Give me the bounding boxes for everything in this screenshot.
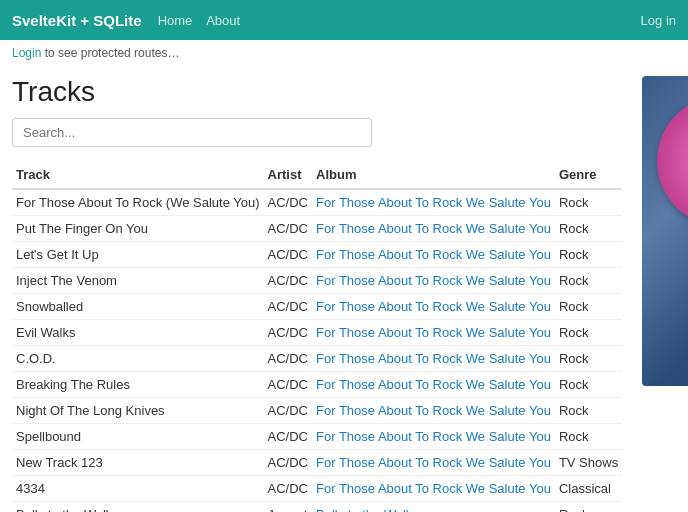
album-link[interactable]: For Those About To Rock We Salute You	[316, 273, 551, 288]
cell-track: C.O.D.	[12, 346, 264, 372]
cell-album: For Those About To Rock We Salute You	[312, 294, 555, 320]
vinyl-pink	[657, 96, 688, 226]
album-link[interactable]: For Those About To Rock We Salute You	[316, 455, 551, 470]
cell-genre: Rock	[555, 189, 622, 216]
nav-home[interactable]: Home	[158, 13, 193, 28]
cell-track: Balls to the Wall	[12, 502, 264, 513]
cell-album: For Those About To Rock We Salute You	[312, 476, 555, 502]
table-row: New Track 123AC/DCFor Those About To Roc…	[12, 450, 622, 476]
cell-album: For Those About To Rock We Salute You	[312, 450, 555, 476]
cell-genre: TV Shows	[555, 450, 622, 476]
cell-album: For Those About To Rock We Salute You	[312, 268, 555, 294]
cell-genre: Rock	[555, 372, 622, 398]
cell-album: For Those About To Rock We Salute You	[312, 242, 555, 268]
left-panel: Tracks Track Artist Album Genre For Thos…	[12, 66, 642, 512]
login-link[interactable]: Log in	[641, 13, 676, 28]
table-header: Track Artist Album Genre	[12, 161, 622, 189]
cell-track: Inject The Venom	[12, 268, 264, 294]
cell-genre: Rock	[555, 424, 622, 450]
cell-album: For Those About To Rock We Salute You	[312, 216, 555, 242]
cell-artist: AC/DC	[264, 398, 312, 424]
cell-genre: Rock	[555, 346, 622, 372]
cell-album: For Those About To Rock We Salute You	[312, 346, 555, 372]
album-link[interactable]: For Those About To Rock We Salute You	[316, 195, 551, 210]
vinyl-image: ENTER THE LEGEND	[642, 76, 688, 386]
table-row: Inject The VenomAC/DCFor Those About To …	[12, 268, 622, 294]
right-panel: ENTER THE LEGEND	[642, 66, 688, 512]
brand-title: SvelteKit + SQLite	[12, 12, 142, 29]
cell-artist: AC/DC	[264, 268, 312, 294]
cell-artist: AC/DC	[264, 346, 312, 372]
cell-track: 4334	[12, 476, 264, 502]
col-album: Album	[312, 161, 555, 189]
cell-track: Night Of The Long Knives	[12, 398, 264, 424]
album-link[interactable]: For Those About To Rock We Salute You	[316, 377, 551, 392]
table-row: Evil WalksAC/DCFor Those About To Rock W…	[12, 320, 622, 346]
album-link[interactable]: For Those About To Rock We Salute You	[316, 247, 551, 262]
cell-track: Breaking The Rules	[12, 372, 264, 398]
page-title: Tracks	[12, 76, 622, 108]
cell-genre: Rock	[555, 268, 622, 294]
table-row: C.O.D.AC/DCFor Those About To Rock We Sa…	[12, 346, 622, 372]
cell-artist: AC/DC	[264, 294, 312, 320]
cell-genre: Rock	[555, 320, 622, 346]
cell-artist: AC/DC	[264, 372, 312, 398]
navbar: SvelteKit + SQLite Home About Log in	[0, 0, 688, 40]
cell-track: For Those About To Rock (We Salute You)	[12, 189, 264, 216]
col-artist: Artist	[264, 161, 312, 189]
cell-track: Snowballed	[12, 294, 264, 320]
album-link[interactable]: For Those About To Rock We Salute You	[316, 325, 551, 340]
album-link[interactable]: For Those About To Rock We Salute You	[316, 351, 551, 366]
login-hint-link[interactable]: Login	[12, 46, 41, 60]
cell-album: For Those About To Rock We Salute You	[312, 398, 555, 424]
search-input[interactable]	[12, 118, 372, 147]
table-body: For Those About To Rock (We Salute You)A…	[12, 189, 622, 512]
cell-genre: Rock	[555, 398, 622, 424]
cell-track: Evil Walks	[12, 320, 264, 346]
table-row: For Those About To Rock (We Salute You)A…	[12, 189, 622, 216]
table-row: SpellboundAC/DCFor Those About To Rock W…	[12, 424, 622, 450]
table-row: 4334AC/DCFor Those About To Rock We Salu…	[12, 476, 622, 502]
cell-artist: AC/DC	[264, 189, 312, 216]
login-hint: Login to see protected routes…	[0, 40, 688, 66]
nav-about[interactable]: About	[206, 13, 240, 28]
cell-album: For Those About To Rock We Salute You	[312, 320, 555, 346]
cell-album: Balls to the Wall	[312, 502, 555, 513]
album-link[interactable]: For Those About To Rock We Salute You	[316, 403, 551, 418]
nav-links: Home About	[158, 12, 251, 28]
table-row: Balls to the WallAcceptBalls to the Wall…	[12, 502, 622, 513]
cell-genre: Rock	[555, 242, 622, 268]
cell-artist: AC/DC	[264, 216, 312, 242]
album-link[interactable]: For Those About To Rock We Salute You	[316, 299, 551, 314]
cell-genre: Rock	[555, 294, 622, 320]
cell-artist: AC/DC	[264, 424, 312, 450]
cell-artist: AC/DC	[264, 450, 312, 476]
cell-album: For Those About To Rock We Salute You	[312, 424, 555, 450]
album-link[interactable]: Balls to the Wall	[316, 507, 409, 512]
cell-artist: AC/DC	[264, 242, 312, 268]
cell-artist: Accept	[264, 502, 312, 513]
album-link[interactable]: For Those About To Rock We Salute You	[316, 429, 551, 444]
cell-artist: AC/DC	[264, 320, 312, 346]
cell-genre: Classical	[555, 476, 622, 502]
table-row: SnowballedAC/DCFor Those About To Rock W…	[12, 294, 622, 320]
cell-artist: AC/DC	[264, 476, 312, 502]
main-layout: Tracks Track Artist Album Genre For Thos…	[0, 66, 688, 512]
tracks-table: Track Artist Album Genre For Those About…	[12, 161, 622, 512]
cell-track: New Track 123	[12, 450, 264, 476]
table-row: Let's Get It UpAC/DCFor Those About To R…	[12, 242, 622, 268]
col-genre: Genre	[555, 161, 622, 189]
table-row: Put The Finger On YouAC/DCFor Those Abou…	[12, 216, 622, 242]
cell-album: For Those About To Rock We Salute You	[312, 189, 555, 216]
cell-genre: Rock	[555, 502, 622, 513]
cell-album: For Those About To Rock We Salute You	[312, 372, 555, 398]
col-track: Track	[12, 161, 264, 189]
login-hint-text: to see protected routes…	[45, 46, 180, 60]
cell-track: Spellbound	[12, 424, 264, 450]
cell-track: Put The Finger On You	[12, 216, 264, 242]
table-row: Night Of The Long KnivesAC/DCFor Those A…	[12, 398, 622, 424]
album-link[interactable]: For Those About To Rock We Salute You	[316, 221, 551, 236]
table-row: Breaking The RulesAC/DCFor Those About T…	[12, 372, 622, 398]
album-link[interactable]: For Those About To Rock We Salute You	[316, 481, 551, 496]
cell-track: Let's Get It Up	[12, 242, 264, 268]
